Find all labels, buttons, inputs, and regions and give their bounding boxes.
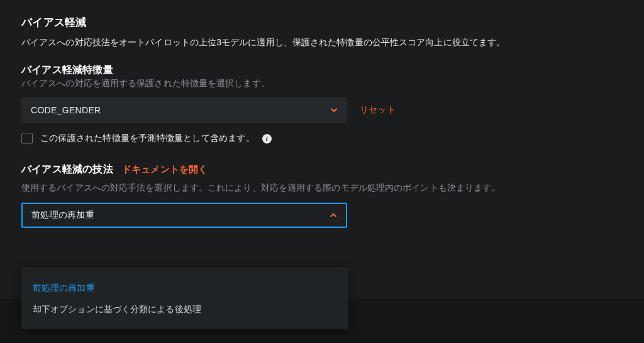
dropdown-option[interactable]: 却下オプションに基づく分類による後処理 xyxy=(21,299,348,320)
include-as-predictor-label: この保護された特徴量を予測特徴量として含めます。 xyxy=(40,133,255,144)
mitigation-technique-dropdown: 前処理の再加重 却下オプションに基づく分類による後処理 xyxy=(21,267,348,329)
include-as-predictor-checkbox[interactable] xyxy=(21,133,33,144)
mitigation-technique-select[interactable]: 前処理の再加重 xyxy=(21,203,347,228)
page-description: バイアスへの対応技法をオートパイロットの上位3モデルに適用し、保護された特徴量の… xyxy=(21,36,623,50)
page-title: バイアス軽減 xyxy=(21,15,623,30)
feature-field-description: バイアスへの対応を適用する保護された特徴量を選択します。 xyxy=(21,77,623,91)
dropdown-option[interactable]: 前処理の再加重 xyxy=(21,278,348,299)
info-icon[interactable]: i xyxy=(262,134,272,143)
reset-button[interactable]: リセット xyxy=(360,104,396,116)
mitigation-technique-value: 前処理の再加重 xyxy=(31,210,330,221)
protected-feature-select[interactable]: CODE_GENDER xyxy=(21,98,347,123)
open-documentation-link[interactable]: ドキュメントを開く xyxy=(122,164,208,176)
technique-field-heading: バイアス軽減の技法 xyxy=(21,163,113,176)
chevron-up-icon xyxy=(330,211,337,219)
feature-field-heading: バイアス軽減特徴量 xyxy=(21,64,623,77)
protected-feature-value: CODE_GENDER xyxy=(31,105,330,115)
bias-mitigation-panel: バイアス軽減 バイアスへの対応技法をオートパイロットの上位3モデルに適用し、保護… xyxy=(0,0,644,228)
chevron-down-icon xyxy=(330,106,338,114)
technique-field-description: 使用するバイアスへの対応手法を選択します。これにより、対応を適用する際のモデル処… xyxy=(21,181,623,195)
